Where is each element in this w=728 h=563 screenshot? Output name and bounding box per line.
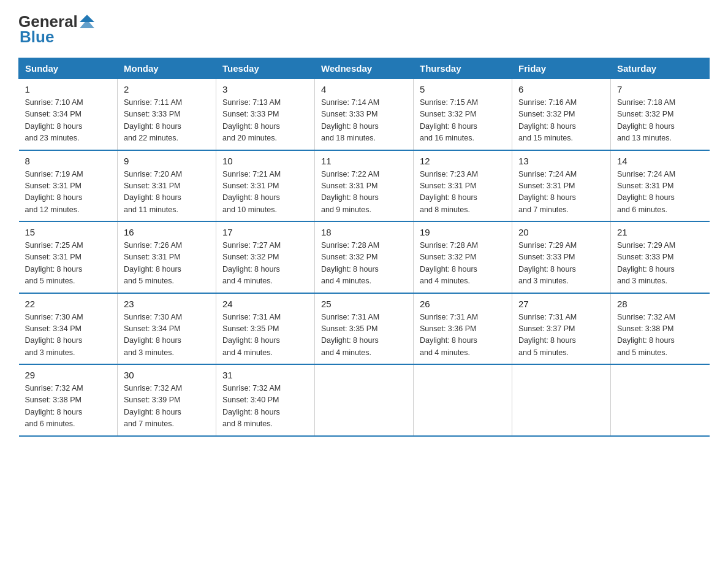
- table-row: 20Sunrise: 7:29 AMSunset: 3:33 PMDayligh…: [512, 221, 611, 293]
- day-number: 28: [617, 299, 703, 309]
- day-number: 3: [222, 84, 308, 94]
- day-number: 12: [420, 156, 506, 166]
- day-number: 31: [222, 370, 308, 380]
- col-sunday: Sunday: [19, 58, 118, 79]
- table-row: 24Sunrise: 7:31 AMSunset: 3:35 PMDayligh…: [216, 293, 315, 365]
- calendar-header-row: Sunday Monday Tuesday Wednesday Thursday…: [19, 58, 710, 79]
- calendar-table: Sunday Monday Tuesday Wednesday Thursday…: [18, 58, 710, 437]
- day-number: 17: [222, 227, 308, 237]
- table-row: 6Sunrise: 7:16 AMSunset: 3:32 PMDaylight…: [512, 79, 611, 150]
- day-info: Sunrise: 7:32 AMSunset: 3:39 PMDaylight:…: [124, 383, 210, 431]
- day-info: Sunrise: 7:22 AMSunset: 3:31 PMDaylight:…: [321, 169, 407, 216]
- table-row: 18Sunrise: 7:28 AMSunset: 3:32 PMDayligh…: [315, 221, 414, 293]
- table-row: 21Sunrise: 7:29 AMSunset: 3:33 PMDayligh…: [611, 221, 710, 293]
- day-number: 22: [25, 299, 112, 309]
- day-number: 30: [124, 370, 210, 380]
- day-info: Sunrise: 7:16 AMSunset: 3:32 PMDaylight:…: [518, 97, 604, 145]
- day-info: Sunrise: 7:32 AMSunset: 3:38 PMDaylight:…: [617, 312, 703, 359]
- day-info: Sunrise: 7:20 AMSunset: 3:31 PMDaylight:…: [124, 169, 210, 216]
- day-number: 5: [420, 84, 506, 94]
- day-number: 23: [124, 299, 210, 309]
- day-number: 15: [25, 227, 112, 237]
- day-info: Sunrise: 7:31 AMSunset: 3:35 PMDaylight:…: [222, 312, 308, 359]
- day-number: 10: [222, 156, 308, 166]
- page-header: General Blue: [18, 12, 710, 47]
- logo-blue: Blue: [20, 28, 54, 47]
- table-row: 30Sunrise: 7:32 AMSunset: 3:39 PMDayligh…: [118, 364, 216, 436]
- table-row: 25Sunrise: 7:31 AMSunset: 3:35 PMDayligh…: [315, 293, 414, 365]
- day-info: Sunrise: 7:21 AMSunset: 3:31 PMDaylight:…: [222, 169, 308, 216]
- day-number: 24: [222, 299, 308, 309]
- table-row: 31Sunrise: 7:32 AMSunset: 3:40 PMDayligh…: [216, 364, 315, 436]
- day-number: 16: [124, 227, 210, 237]
- day-info: Sunrise: 7:25 AMSunset: 3:31 PMDaylight:…: [25, 240, 112, 288]
- table-row: 14Sunrise: 7:24 AMSunset: 3:31 PMDayligh…: [611, 150, 710, 222]
- table-row: 9Sunrise: 7:20 AMSunset: 3:31 PMDaylight…: [118, 150, 216, 222]
- day-info: Sunrise: 7:26 AMSunset: 3:31 PMDaylight:…: [124, 240, 210, 288]
- table-row: 23Sunrise: 7:30 AMSunset: 3:34 PMDayligh…: [118, 293, 216, 365]
- day-info: Sunrise: 7:18 AMSunset: 3:32 PMDaylight:…: [617, 97, 703, 145]
- day-info: Sunrise: 7:23 AMSunset: 3:31 PMDaylight:…: [420, 169, 506, 216]
- table-row: 29Sunrise: 7:32 AMSunset: 3:38 PMDayligh…: [19, 364, 118, 436]
- table-row: 26Sunrise: 7:31 AMSunset: 3:36 PMDayligh…: [414, 293, 512, 365]
- day-number: 29: [25, 370, 112, 380]
- table-row: 8Sunrise: 7:19 AMSunset: 3:31 PMDaylight…: [19, 150, 118, 222]
- day-info: Sunrise: 7:15 AMSunset: 3:32 PMDaylight:…: [420, 97, 506, 145]
- calendar-week-row: 8Sunrise: 7:19 AMSunset: 3:31 PMDaylight…: [19, 150, 710, 222]
- day-number: 1: [25, 84, 112, 94]
- day-info: Sunrise: 7:30 AMSunset: 3:34 PMDaylight:…: [25, 312, 112, 359]
- calendar-week-row: 22Sunrise: 7:30 AMSunset: 3:34 PMDayligh…: [19, 293, 710, 365]
- col-friday: Friday: [512, 58, 611, 79]
- day-number: 8: [25, 156, 112, 166]
- calendar-week-row: 1Sunrise: 7:10 AMSunset: 3:34 PMDaylight…: [19, 79, 710, 150]
- day-number: 4: [321, 84, 407, 94]
- day-info: Sunrise: 7:24 AMSunset: 3:31 PMDaylight:…: [617, 169, 703, 216]
- day-info: Sunrise: 7:30 AMSunset: 3:34 PMDaylight:…: [124, 312, 210, 359]
- table-row: 10Sunrise: 7:21 AMSunset: 3:31 PMDayligh…: [216, 150, 315, 222]
- day-number: 2: [124, 84, 210, 94]
- logo-arrow-icon: [78, 13, 96, 31]
- table-row: 27Sunrise: 7:31 AMSunset: 3:37 PMDayligh…: [512, 293, 611, 365]
- col-thursday: Thursday: [414, 58, 512, 79]
- day-number: 9: [124, 156, 210, 166]
- table-row: 4Sunrise: 7:14 AMSunset: 3:33 PMDaylight…: [315, 79, 414, 150]
- day-info: Sunrise: 7:32 AMSunset: 3:38 PMDaylight:…: [25, 383, 112, 431]
- logo: General Blue: [18, 12, 96, 47]
- day-info: Sunrise: 7:11 AMSunset: 3:33 PMDaylight:…: [124, 97, 210, 145]
- day-number: 14: [617, 156, 703, 166]
- day-number: 13: [518, 156, 604, 166]
- table-row: [414, 364, 512, 436]
- day-number: 18: [321, 227, 407, 237]
- calendar-week-row: 15Sunrise: 7:25 AMSunset: 3:31 PMDayligh…: [19, 221, 710, 293]
- table-row: 3Sunrise: 7:13 AMSunset: 3:33 PMDaylight…: [216, 79, 315, 150]
- day-info: Sunrise: 7:32 AMSunset: 3:40 PMDaylight:…: [222, 383, 308, 431]
- col-wednesday: Wednesday: [315, 58, 414, 79]
- table-row: [315, 364, 414, 436]
- day-info: Sunrise: 7:19 AMSunset: 3:31 PMDaylight:…: [25, 169, 112, 216]
- day-number: 11: [321, 156, 407, 166]
- col-saturday: Saturday: [611, 58, 710, 79]
- day-info: Sunrise: 7:24 AMSunset: 3:31 PMDaylight:…: [518, 169, 604, 216]
- table-row: 19Sunrise: 7:28 AMSunset: 3:32 PMDayligh…: [414, 221, 512, 293]
- table-row: 5Sunrise: 7:15 AMSunset: 3:32 PMDaylight…: [414, 79, 512, 150]
- table-row: [611, 364, 710, 436]
- table-row: 22Sunrise: 7:30 AMSunset: 3:34 PMDayligh…: [19, 293, 118, 365]
- table-row: 17Sunrise: 7:27 AMSunset: 3:32 PMDayligh…: [216, 221, 315, 293]
- table-row: 12Sunrise: 7:23 AMSunset: 3:31 PMDayligh…: [414, 150, 512, 222]
- table-row: 15Sunrise: 7:25 AMSunset: 3:31 PMDayligh…: [19, 221, 118, 293]
- day-number: 20: [518, 227, 604, 237]
- table-row: 7Sunrise: 7:18 AMSunset: 3:32 PMDaylight…: [611, 79, 710, 150]
- col-monday: Monday: [118, 58, 216, 79]
- day-info: Sunrise: 7:14 AMSunset: 3:33 PMDaylight:…: [321, 97, 407, 145]
- table-row: 16Sunrise: 7:26 AMSunset: 3:31 PMDayligh…: [118, 221, 216, 293]
- day-number: 6: [518, 84, 604, 94]
- day-info: Sunrise: 7:10 AMSunset: 3:34 PMDaylight:…: [25, 97, 112, 145]
- day-info: Sunrise: 7:31 AMSunset: 3:37 PMDaylight:…: [518, 312, 604, 359]
- day-number: 19: [420, 227, 506, 237]
- day-info: Sunrise: 7:27 AMSunset: 3:32 PMDaylight:…: [222, 240, 308, 288]
- day-info: Sunrise: 7:28 AMSunset: 3:32 PMDaylight:…: [420, 240, 506, 288]
- day-number: 7: [617, 84, 703, 94]
- day-info: Sunrise: 7:31 AMSunset: 3:35 PMDaylight:…: [321, 312, 407, 359]
- day-info: Sunrise: 7:13 AMSunset: 3:33 PMDaylight:…: [222, 97, 308, 145]
- day-number: 27: [518, 299, 604, 309]
